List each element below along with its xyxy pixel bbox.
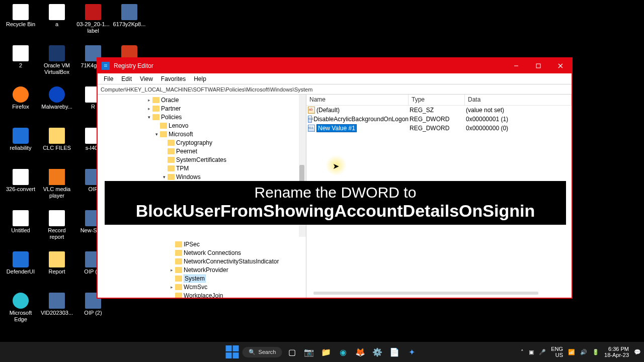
- edge-icon: [13, 293, 29, 309]
- values-hscroll[interactable]: [313, 292, 538, 295]
- dword-icon: [308, 125, 315, 132]
- tree-node[interactable]: Cryptography: [98, 138, 306, 147]
- settings-icon[interactable]: ⚙️: [370, 345, 384, 359]
- wifi-icon[interactable]: 📶: [568, 349, 575, 355]
- desktop-icon[interactable]: a: [39, 3, 74, 43]
- taskbar-search[interactable]: 🔍 Search: [243, 347, 282, 357]
- expand-arrow-icon[interactable]: ▸: [145, 106, 152, 111]
- volume-icon[interactable]: 🔊: [580, 349, 587, 355]
- column-header[interactable]: Data: [465, 95, 572, 105]
- tree-node[interactable]: Network Connections: [98, 248, 306, 257]
- tray-chevron-icon[interactable]: ˄: [521, 349, 524, 355]
- tree-node[interactable]: SystemCertificates: [98, 155, 306, 164]
- expand-arrow-icon[interactable]: ▸: [168, 267, 175, 273]
- minimize-button[interactable]: [505, 58, 527, 73]
- desktop-icon[interactable]: DefenderUI: [3, 250, 38, 291]
- desktop-icon[interactable]: 03-29_20-1... label: [75, 3, 111, 43]
- maximize-button[interactable]: [527, 58, 549, 73]
- address-bar[interactable]: Computer\HKEY_LOCAL_MACHINE\SOFTWARE\Pol…: [98, 84, 572, 95]
- desktop-icon[interactable]: Malwareby...: [39, 85, 74, 126]
- tree-node[interactable]: WorkplaceJoin: [98, 291, 306, 298]
- folder-icon: [168, 157, 175, 163]
- desktop-icon[interactable]: Recycle Bin: [3, 3, 38, 43]
- start-button[interactable]: [225, 345, 239, 359]
- folder-icon: [152, 106, 159, 112]
- desktop-icon[interactable]: Untitled: [3, 209, 38, 249]
- string-icon: [308, 107, 315, 114]
- folder-icon: [168, 148, 175, 154]
- folder-icon: [175, 241, 182, 247]
- folder-icon: [168, 140, 175, 146]
- value-row[interactable]: New Value #1REG_DWORD0x00000000 (0): [306, 124, 572, 133]
- mic-icon[interactable]: 🎤: [539, 349, 546, 355]
- desktop-icon[interactable]: Firefox: [3, 85, 38, 126]
- column-header[interactable]: Type: [409, 95, 465, 105]
- tree-node[interactable]: IPSec: [98, 240, 306, 248]
- edge-icon[interactable]: ◉: [336, 345, 350, 359]
- notepad-icon[interactable]: 📄: [387, 345, 401, 359]
- column-header[interactable]: Name: [306, 95, 409, 105]
- svg-rect-4: [536, 64, 540, 68]
- battery-icon[interactable]: 🔋: [592, 349, 599, 355]
- desktop-icon[interactable]: CLC FILES: [39, 127, 74, 167]
- titlebar[interactable]: Registry Editor: [98, 58, 572, 73]
- tree-node[interactable]: Lenovo: [98, 121, 306, 130]
- tree-node[interactable]: ▾Policies: [98, 113, 306, 121]
- desktop-icon[interactable]: VLC media player: [39, 168, 74, 208]
- notifications-icon[interactable]: 💬: [634, 349, 641, 355]
- svg-rect-1: [104, 64, 107, 65]
- tree-node[interactable]: Peernet: [98, 147, 306, 155]
- tree-node[interactable]: ▸Oracle: [98, 96, 306, 104]
- tree-node[interactable]: ▸NetworkProvider: [98, 265, 306, 274]
- tray-app-icon[interactable]: ▣: [529, 349, 534, 355]
- language-indicator[interactable]: ENGUS: [551, 346, 563, 358]
- desktop-icon[interactable]: Report: [39, 250, 74, 291]
- tree-node[interactable]: ▾Windows: [98, 172, 306, 181]
- camera-icon[interactable]: 📷: [302, 345, 316, 359]
- folder-icon: [175, 284, 182, 290]
- txt-icon: [49, 210, 65, 226]
- taskbar: 🔍 Search ▢ 📷 📁 ◉ 🦊 ⚙️ 📄 ✦ ˄ ▣ 🎤 ENGUS 📶 …: [0, 342, 644, 362]
- folder-icon: [49, 251, 65, 267]
- txt-icon: [13, 45, 29, 61]
- tree-node[interactable]: NetworkConnectivityStatusIndicator: [98, 257, 306, 265]
- img-icon: [49, 293, 65, 309]
- tree-node[interactable]: ▸WcmSvc: [98, 283, 306, 291]
- tree-node[interactable]: TPM: [98, 164, 306, 172]
- desktop-icon[interactable]: VID202303...: [39, 292, 74, 332]
- expand-arrow-icon[interactable]: ▾: [145, 115, 152, 120]
- expand-arrow-icon[interactable]: ▸: [168, 285, 175, 290]
- value-row[interactable]: DisableAcrylicBackgroundOnLogonREG_DWORD…: [306, 115, 572, 124]
- desktop-icon[interactable]: 326-convert: [3, 168, 38, 208]
- desktop-icon[interactable]: reliability: [3, 127, 38, 167]
- tree-node[interactable]: ▾Microsoft: [98, 130, 306, 138]
- expand-arrow-icon[interactable]: ▸: [145, 98, 152, 103]
- folder-icon: [168, 165, 175, 171]
- menu-file[interactable]: File: [100, 74, 117, 83]
- menu-favorites[interactable]: Favorites: [157, 74, 190, 83]
- txt-icon: [13, 210, 29, 226]
- menu-edit[interactable]: Edit: [117, 74, 136, 83]
- task-view-icon[interactable]: ▢: [285, 345, 299, 359]
- desktop-icon[interactable]: Microsoft Edge: [3, 292, 38, 332]
- desktop-icon[interactable]: 6173y2Kp8...: [112, 3, 147, 43]
- firefox-icon[interactable]: 🦊: [353, 345, 367, 359]
- app-icon[interactable]: ✦: [405, 345, 419, 359]
- explorer-icon[interactable]: 📁: [319, 345, 333, 359]
- desktop-icon[interactable]: 2: [3, 44, 38, 84]
- tree-node[interactable]: System: [98, 274, 306, 283]
- folder-icon: [152, 114, 159, 120]
- clock[interactable]: 6:36 PM18-Apr-23: [604, 346, 629, 358]
- folder-icon: [175, 250, 182, 256]
- close-button[interactable]: [549, 58, 572, 73]
- menu-help[interactable]: Help: [190, 74, 210, 83]
- value-row[interactable]: (Default)REG_SZ(value not set): [306, 106, 572, 115]
- cursor-icon: ➤: [333, 161, 339, 171]
- pdf-icon: [85, 4, 101, 20]
- desktop-icon[interactable]: Record report: [39, 209, 74, 249]
- desktop-icon[interactable]: Oracle VM VirtualBox: [39, 44, 74, 84]
- expand-arrow-icon[interactable]: ▾: [153, 132, 160, 137]
- tree-node[interactable]: ▸Partner: [98, 104, 306, 113]
- expand-arrow-icon[interactable]: ▾: [160, 174, 168, 179]
- menu-view[interactable]: View: [136, 74, 157, 83]
